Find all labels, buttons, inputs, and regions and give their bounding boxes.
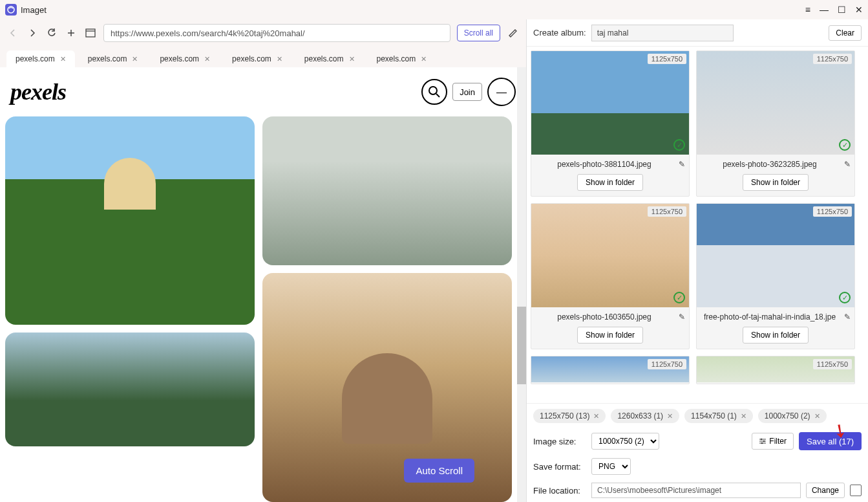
back-button[interactable] [6, 27, 19, 39]
thumb-image: 1125x750 [531, 356, 689, 382]
chip-close-icon[interactable]: ✕ [814, 412, 820, 420]
tab-label: pexels.com [377, 54, 416, 63]
join-button[interactable]: Join [452, 83, 482, 101]
dimension-badge: 1125x750 [813, 54, 852, 64]
app-logo-icon [5, 4, 17, 16]
svg-point-7 [761, 442, 763, 444]
url-input[interactable] [103, 24, 450, 42]
tab-4[interactable]: pexels.com✕ [295, 50, 364, 67]
pexels-logo[interactable]: pexels [10, 78, 66, 105]
show-in-folder-button[interactable]: Show in folder [577, 327, 643, 344]
tab-close-icon[interactable]: ✕ [204, 55, 210, 63]
dimension-badge: 1125x750 [813, 359, 852, 369]
chip-close-icon[interactable]: ✕ [667, 412, 673, 420]
album-name-input[interactable] [591, 25, 734, 41]
file-location-label: File location: [533, 486, 586, 496]
tab-close-icon[interactable]: ✕ [421, 55, 427, 63]
image-size-select[interactable]: 1000x750 (2) [591, 433, 659, 450]
edit-icon[interactable]: ✎ [844, 160, 851, 169]
svg-line-4 [436, 94, 439, 97]
hamburger-icon[interactable]: ≡ [805, 5, 810, 15]
thumb-card[interactable]: 1125x750 ✓ pexels-photo-1603650.jpeg✎ Sh… [531, 203, 690, 349]
edit-icon[interactable]: ✎ [844, 312, 851, 322]
page-scrollbar[interactable] [517, 67, 526, 502]
save-all-button[interactable]: Save all (17) [799, 432, 862, 450]
file-location-input[interactable] [591, 483, 801, 498]
tab-close-icon[interactable]: ✕ [60, 55, 66, 63]
save-format-select[interactable]: PNG [591, 458, 631, 475]
chip-label: 1125x750 (13) [540, 411, 589, 420]
scroll-all-button[interactable]: Scroll all [457, 25, 500, 41]
chip-label: 1000x750 (2) [765, 411, 810, 420]
search-icon[interactable] [421, 79, 447, 105]
tab-1[interactable]: pexels.com✕ [79, 50, 147, 67]
save-format-label: Save format: [533, 462, 586, 472]
change-button[interactable]: Change [806, 483, 845, 498]
reload-button[interactable] [45, 27, 58, 39]
grid-image[interactable] [262, 116, 512, 265]
sliders-icon [759, 437, 767, 445]
thumb-card[interactable]: 1125x750 ✓ free-photo-of-taj-mahal-in-in… [696, 203, 855, 349]
tab-label: pexels.com [16, 54, 55, 63]
thumb-image: 1125x750 [697, 356, 854, 382]
check-icon: ✓ [839, 139, 851, 151]
show-in-folder-button[interactable]: Show in folder [743, 327, 809, 344]
chip-label: 1260x633 (1) [617, 411, 663, 420]
tab-3[interactable]: pexels.com✕ [223, 50, 291, 67]
minimize-button[interactable]: — [820, 5, 829, 15]
tab-label: pexels.com [232, 54, 271, 63]
tab-0[interactable]: pexels.com✕ [6, 50, 75, 67]
tab-label: pexels.com [88, 54, 127, 63]
maximize-button[interactable]: ☐ [838, 5, 846, 15]
thumb-card[interactable]: 1125x750 [531, 356, 690, 384]
tab-close-icon[interactable]: ✕ [277, 55, 282, 63]
tab-strip: pexels.com✕ pexels.com✕ pexels.com✕ pexe… [0, 47, 526, 67]
image-size-row: Image size: 1000x750 (2) Filter Save all… [527, 428, 868, 454]
show-in-folder-button[interactable]: Show in folder [577, 174, 643, 191]
grid-image[interactable] [262, 273, 512, 502]
show-in-folder-button[interactable]: Show in folder [743, 174, 809, 191]
size-chip[interactable]: 1154x750 (1)✕ [684, 409, 753, 423]
chip-close-icon[interactable]: ✕ [593, 412, 599, 420]
browser-pane: Scroll all pexels.com✕ pexels.com✕ pexel… [0, 19, 527, 502]
folder-icon[interactable] [850, 485, 862, 496]
tab-label: pexels.com [304, 54, 344, 63]
page-content: pexels Join — Auto Scroll [0, 67, 526, 502]
thumb-image: 1125x750 ✓ [531, 51, 689, 155]
grid-image[interactable] [5, 333, 255, 446]
paint-icon[interactable] [507, 27, 520, 39]
thumb-card[interactable]: 1125x750 [696, 356, 855, 384]
thumb-filename: pexels-photo-1603650.jpeg [535, 312, 673, 322]
thumb-filename: pexels-photo-3623285.jpeg [701, 160, 839, 169]
size-chip[interactable]: 1000x750 (2)✕ [758, 409, 827, 423]
grid-image[interactable] [5, 116, 255, 325]
tab-5[interactable]: pexels.com✕ [368, 50, 436, 67]
edit-icon[interactable]: ✎ [679, 160, 685, 169]
size-chip[interactable]: 1260x633 (1)✕ [611, 409, 679, 423]
chip-close-icon[interactable]: ✕ [741, 412, 746, 420]
auto-scroll-button[interactable]: Auto Scroll [404, 459, 474, 483]
tab-close-icon[interactable]: ✕ [349, 55, 355, 63]
tab-close-icon[interactable]: ✕ [132, 55, 138, 63]
browser-toolbar: Scroll all [0, 19, 526, 47]
download-pane: Create album: Clear 1125x750 ✓ pexels-ph… [527, 19, 868, 502]
thumb-card[interactable]: 1125x750 ✓ pexels-photo-3881104.jpeg✎ Sh… [531, 50, 690, 197]
menu-icon[interactable]: — [487, 78, 516, 106]
edit-icon[interactable]: ✎ [679, 312, 685, 322]
close-button[interactable]: ✕ [855, 5, 863, 15]
tab-2[interactable]: pexels.com✕ [151, 50, 219, 67]
forward-button[interactable] [26, 27, 39, 39]
window-icon[interactable] [84, 27, 97, 39]
filter-button[interactable]: Filter [752, 433, 794, 450]
scrollbar-thumb[interactable] [517, 307, 526, 384]
thumb-image: 1125x750 ✓ [531, 204, 689, 307]
thumb-image: 1125x750 ✓ [697, 51, 854, 155]
new-tab-button[interactable] [65, 27, 78, 39]
save-format-row: Save format: PNG ➘ [527, 454, 868, 479]
file-location-row: File location: Change [527, 479, 868, 502]
right-header: Create album: Clear [527, 19, 868, 47]
thumb-card[interactable]: 1125x750 ✓ pexels-photo-3623285.jpeg✎ Sh… [696, 50, 855, 197]
size-chip[interactable]: 1125x750 (13)✕ [533, 409, 606, 423]
clear-button[interactable]: Clear [829, 25, 862, 41]
dimension-badge: 1125x750 [813, 206, 852, 217]
